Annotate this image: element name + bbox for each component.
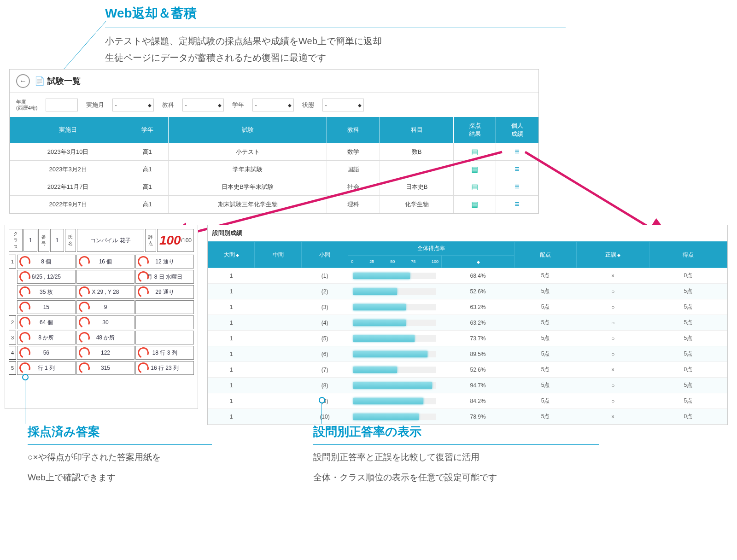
document-icon: 📄 (35, 76, 45, 86)
cell-rate: 94.7% (442, 378, 515, 393)
qres-row: 1 (10) 78.9% 5点 × 0点 (208, 409, 727, 425)
personal-score-link[interactable]: ≡ (496, 196, 538, 213)
cell-bar (348, 299, 442, 315)
answer-cell: 6/25 , 12/25 (17, 270, 76, 284)
answer-text: X 29 , Y 28 (92, 289, 119, 295)
cell-q: 1 (208, 315, 255, 331)
answer-text: 18 行 3 列 (152, 349, 177, 357)
callout-bl-title: 採点済み答案 (28, 424, 212, 440)
cell-q: 1 (208, 362, 255, 378)
callout-bl-body-2: Web上で確認できます (28, 470, 212, 485)
col-ticks: 0255075100 (348, 256, 442, 268)
correct-mark-icon (18, 361, 32, 375)
answer-text: 9 (104, 304, 107, 310)
answer-cell: 9 (76, 300, 135, 314)
question-results-panel: 設問別成績 大問◆ 中問 小問 全体得点率 配点 正誤◆ 得点 02550751… (207, 225, 728, 425)
callout-bottom-left: 採点済み答案 ○×や得点が印字された答案用紙を Web上で確認できます (28, 424, 212, 485)
exam-list-title-text: 試験一覧 (47, 76, 81, 87)
answer-row: 6/25 , 12/25月 8 日 水曜日 (9, 270, 194, 284)
list-icon: ≡ (515, 164, 520, 174)
cell-mid (255, 409, 301, 425)
answer-row: 5行 1 列31516 行 23 列 (9, 361, 194, 375)
cell-sub: (10) (301, 409, 348, 425)
grading-result-link[interactable]: ▤ (454, 161, 496, 178)
cell-bar (348, 393, 442, 409)
grade-select[interactable]: -◆ (252, 99, 294, 111)
qres-row: 1 (1) 68.4% 5点 × 0点 (208, 268, 727, 284)
cell-course: 日本史B (380, 178, 454, 196)
col-correct[interactable]: 正誤◆ (577, 242, 649, 268)
callout-body-2: 生徒ページにデータが蓄積されるため復習に最適です (105, 49, 566, 66)
cell-subject: 理科 (327, 196, 380, 213)
correct-mark-icon (136, 361, 151, 375)
correct-mark-icon (18, 270, 32, 284)
cell-date: 2023年3月2日 (10, 161, 126, 178)
cell-subject: 数学 (327, 143, 380, 161)
cell-rate: 73.7% (442, 331, 515, 346)
cell-sub: (7) (301, 362, 348, 378)
subject-select[interactable]: -◆ (182, 99, 224, 111)
cell-date: 2022年11月7日 (10, 178, 126, 196)
month-select[interactable]: -◆ (112, 99, 154, 111)
answer-cell: 122 (76, 346, 135, 360)
col-mid: 中問 (255, 242, 301, 268)
correct-mark-icon (136, 270, 151, 284)
grading-result-link[interactable]: ▤ (454, 178, 496, 196)
exam-list-panel: ← 📄 試験一覧 年度(西暦4桁) 実施月 -◆ 教科 -◆ 学年 -◆ 状態 … (9, 69, 539, 214)
answer-cell: 30 (76, 315, 135, 329)
cell-bar (348, 331, 442, 346)
cell-date: 2023年3月10日 (10, 143, 126, 161)
cell-bar (348, 362, 442, 378)
grade-label: 学年 (232, 101, 244, 109)
qres-row: 1 (3) 63.2% 5点 ○ 5点 (208, 299, 727, 315)
personal-score-link[interactable]: ≡ (496, 143, 538, 161)
col-q[interactable]: 大問◆ (208, 242, 255, 268)
qres-row: 1 (5) 73.7% 5点 ○ 5点 (208, 331, 727, 346)
year-input[interactable] (46, 99, 78, 111)
qres-title: 設問別成績 (208, 225, 727, 241)
exam-row: 2023年3月2日 高1 学年末試験 国語 ▤ ≡ (10, 161, 538, 178)
col-rate-sort[interactable]: ◆ (442, 256, 515, 268)
cell-q: 1 (208, 346, 255, 362)
callout-body-1: 小テストや課題、定期試験の採点結果や成績をWeb上で簡単に返却 (105, 33, 566, 49)
cell-grade: 高1 (126, 161, 169, 178)
cell-correct: ○ (577, 315, 649, 331)
exam-table: 実施日 学年 試験 教科 科目 採点結果 個人成績 2023年3月10日 高1 … (10, 117, 538, 213)
document-icon: ▤ (471, 183, 478, 191)
exam-row: 2022年9月7日 高1 期末試験三年化学生物 理科 化学生物 ▤ ≡ (10, 196, 538, 213)
svg-line-2 (525, 152, 654, 230)
personal-score-link[interactable]: ≡ (496, 161, 538, 178)
num-value: 1 (50, 229, 64, 252)
document-icon: ▤ (471, 165, 478, 173)
answer-row: 264 個30 (9, 315, 194, 329)
cell-mid (255, 346, 301, 362)
answer-text: 8 個 (41, 258, 51, 266)
cell-rate: 84.2% (442, 393, 515, 409)
cell-sub: (6) (301, 346, 348, 362)
cell-mid (255, 315, 301, 331)
cell-q: 1 (208, 393, 255, 409)
answer-text: 64 個 (40, 319, 53, 327)
cell-q: 1 (208, 299, 255, 315)
answer-cell (135, 331, 194, 344)
status-select[interactable]: -◆ (322, 99, 364, 111)
back-button[interactable]: ← (16, 74, 30, 88)
question-number: 4 (9, 346, 16, 360)
cell-subject: 国語 (327, 161, 380, 178)
col-score: 得点 (649, 242, 727, 268)
cell-correct: × (577, 362, 649, 378)
personal-score-link[interactable]: ≡ (496, 178, 538, 196)
col-alloc: 配点 (514, 242, 576, 268)
list-icon: ≡ (515, 182, 520, 191)
correct-mark-icon (18, 300, 32, 315)
correct-mark-icon (18, 285, 32, 299)
correct-mark-icon (18, 315, 32, 330)
cell-correct: ○ (577, 378, 649, 393)
grading-result-link[interactable]: ▤ (454, 196, 496, 213)
cell-mid (255, 299, 301, 315)
cell-alloc: 5点 (514, 409, 576, 425)
cell-bar (348, 409, 442, 425)
answer-text: 315 (101, 365, 110, 371)
grading-result-link[interactable]: ▤ (454, 143, 496, 161)
cell-score: 5点 (649, 346, 727, 362)
